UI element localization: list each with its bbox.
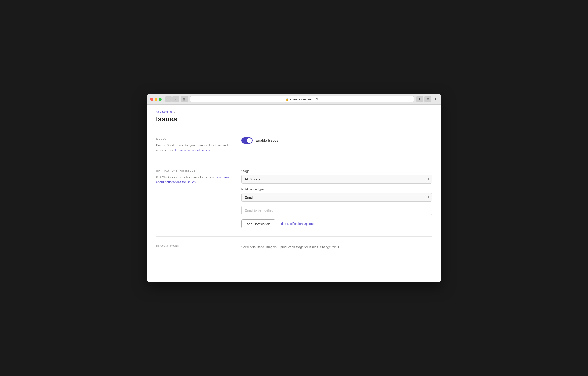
default-stage-section: DEFAULT STAGE Seed defaults to using you…: [156, 237, 432, 258]
toggle-thumb: [247, 138, 252, 143]
stage-select-wrapper: All Stages Production Development Stagin…: [242, 175, 432, 184]
hide-notification-options-link[interactable]: Hide Notification Options: [280, 222, 315, 226]
close-button[interactable]: [150, 98, 153, 101]
share-button[interactable]: ⬆: [416, 96, 423, 102]
tab-overview-button[interactable]: ⧉: [424, 96, 431, 102]
issues-learn-more-link[interactable]: Learn more about issues.: [175, 148, 210, 152]
lock-icon: 🔒: [286, 98, 289, 101]
sidebar-button[interactable]: ⊟: [181, 96, 188, 102]
issues-section-desc: Enable Seed to monitor your Lambda funct…: [156, 143, 232, 153]
breadcrumb: App Settings /: [156, 110, 432, 113]
issues-section-left: ISSUES Enable Seed to monitor your Lambd…: [156, 137, 232, 153]
email-input[interactable]: [242, 206, 432, 215]
issues-section-right: Enable Issues: [242, 137, 432, 153]
toggle-label-text: Enable Issues: [256, 139, 279, 143]
notification-type-select-wrapper: Email Slack ⬍: [242, 193, 432, 202]
default-stage-desc: Seed defaults to using your production s…: [242, 245, 432, 250]
issues-toggle[interactable]: [242, 137, 253, 144]
browser-chrome: ‹ › ⊟ 🔒 console.seed.run ↻ ⬆ ⧉ +: [147, 94, 441, 105]
toggle-track: [242, 137, 253, 144]
issues-section-label: ISSUES: [156, 137, 232, 140]
notifications-section-desc: Get Slack or email notifications for Iss…: [156, 175, 232, 185]
browser-window: ‹ › ⊟ 🔒 console.seed.run ↻ ⬆ ⧉ + App Set…: [147, 94, 441, 282]
url-text: console.seed.run: [290, 98, 312, 101]
traffic-lights: [150, 98, 162, 101]
default-stage-section-right: Seed defaults to using your production s…: [242, 245, 432, 250]
toggle-row: Enable Issues: [242, 137, 432, 144]
back-button[interactable]: ‹: [165, 96, 172, 102]
default-stage-section-left: DEFAULT STAGE: [156, 245, 232, 250]
default-stage-label: DEFAULT STAGE: [156, 245, 232, 247]
minimize-button[interactable]: [155, 98, 158, 101]
new-tab-button[interactable]: +: [433, 97, 438, 102]
notifications-section-left: NOTIFICATIONS FOR ISSUES Get Slack or em…: [156, 169, 232, 228]
stage-field-label: Stage: [242, 169, 432, 173]
nav-buttons: ‹ ›: [165, 96, 179, 102]
breadcrumb-separator: /: [174, 110, 175, 113]
notifications-section: NOTIFICATIONS FOR ISSUES Get Slack or em…: [156, 161, 432, 237]
notification-type-field-label: Notification type: [242, 188, 432, 191]
notifications-section-right: Stage All Stages Production Development …: [242, 169, 432, 228]
page-content: App Settings / Issues ISSUES Enable Seed…: [147, 105, 441, 282]
browser-actions: ⬆ ⧉: [416, 96, 431, 102]
button-row: Add Notification Hide Notification Optio…: [242, 220, 432, 228]
issues-section: ISSUES Enable Seed to monitor your Lambd…: [156, 129, 432, 161]
address-bar[interactable]: 🔒 console.seed.run ↻: [190, 96, 414, 102]
refresh-button[interactable]: ↻: [315, 97, 318, 101]
stage-select[interactable]: All Stages Production Development Stagin…: [242, 175, 432, 184]
notification-type-select[interactable]: Email Slack: [242, 193, 432, 202]
maximize-button[interactable]: [159, 98, 162, 101]
breadcrumb-parent-link[interactable]: App Settings: [156, 110, 173, 113]
forward-button[interactable]: ›: [172, 96, 179, 102]
notifications-section-label: NOTIFICATIONS FOR ISSUES: [156, 169, 232, 172]
add-notification-button[interactable]: Add Notification: [242, 220, 275, 228]
page-title: Issues: [156, 115, 432, 123]
